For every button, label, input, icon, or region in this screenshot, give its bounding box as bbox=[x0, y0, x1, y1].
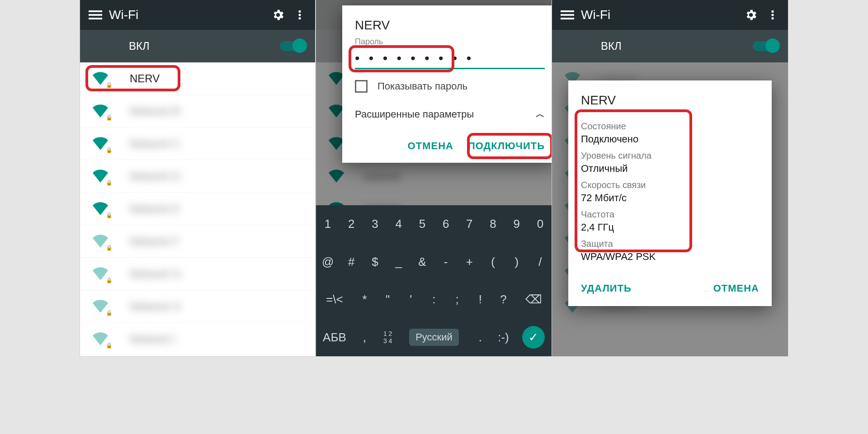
key[interactable]: _ bbox=[387, 243, 410, 281]
detail-item: Частота2,4 ГГц bbox=[581, 209, 759, 233]
detail-value: Отличный bbox=[581, 163, 759, 175]
network-row[interactable]: 🔒NERV bbox=[80, 62, 315, 95]
detail-item: Скорость связи72 Мбит/с bbox=[581, 180, 759, 204]
network-row[interactable]: 🔒Network B bbox=[80, 95, 315, 127]
hamburger-icon[interactable] bbox=[85, 4, 106, 26]
connect-button[interactable]: ПОДКЛЮЧИТЬ bbox=[468, 140, 545, 152]
page-title: Wi-Fi bbox=[109, 8, 138, 22]
show-password-row[interactable]: Показывать пароль bbox=[342, 69, 552, 104]
key[interactable]: 9 bbox=[505, 205, 528, 243]
symbols-shift-key[interactable]: =\< bbox=[316, 281, 353, 319]
numpad-toggle-key[interactable]: 1 2 3 4 bbox=[376, 319, 399, 357]
forget-button[interactable]: УДАЛИТЬ bbox=[581, 283, 632, 294]
detail-key: Скорость связи bbox=[581, 180, 759, 190]
svg-point-10 bbox=[771, 14, 774, 16]
wifi-signal-icon: 🔒 bbox=[93, 70, 111, 87]
emoji-key[interactable]: :-) bbox=[492, 319, 515, 357]
dialog-title: NERV bbox=[568, 80, 772, 112]
detail-value: WPA/WPA2 PSK bbox=[581, 251, 759, 263]
alpha-toggle-key[interactable]: АБВ bbox=[316, 319, 353, 357]
network-list: 🔒NERV🔒Network B🔒Network C🔒Network D🔒Netw… bbox=[80, 62, 315, 355]
detail-item: ЗащитаWPA/WPA2 PSK bbox=[581, 239, 759, 263]
wifi-toggle[interactable] bbox=[280, 41, 304, 51]
wifi-signal-icon: 🔒 bbox=[93, 135, 111, 152]
network-row[interactable]: 🔒Network C bbox=[80, 127, 315, 160]
network-name: Network F bbox=[130, 235, 179, 248]
advanced-options-row[interactable]: Расширенные параметры ︿ bbox=[342, 104, 552, 132]
overflow-menu-icon[interactable] bbox=[762, 4, 783, 26]
detail-item: Уровень сигналаОтличный bbox=[581, 151, 759, 175]
key[interactable]: & bbox=[410, 243, 434, 281]
key[interactable]: + bbox=[458, 243, 481, 281]
network-row[interactable]: 🔒Network I bbox=[80, 323, 315, 355]
key[interactable]: # bbox=[340, 243, 363, 281]
wifi-signal-icon: 🔒 bbox=[93, 330, 111, 348]
key[interactable]: ? bbox=[492, 281, 515, 319]
show-password-label: Показывать пароль bbox=[377, 80, 467, 92]
svg-point-3 bbox=[298, 10, 301, 13]
network-row[interactable]: 🔒Network G bbox=[80, 258, 315, 290]
gear-icon[interactable] bbox=[740, 4, 762, 26]
password-input[interactable]: • • • • • • • • • bbox=[355, 48, 545, 69]
wifi-signal-icon: 🔒 bbox=[93, 265, 111, 283]
key[interactable]: 2 bbox=[340, 205, 363, 243]
key[interactable]: : bbox=[422, 281, 445, 319]
svg-point-11 bbox=[771, 17, 774, 19]
key[interactable]: 6 bbox=[434, 205, 458, 243]
svg-rect-1 bbox=[89, 14, 102, 16]
wifi-toggle[interactable] bbox=[753, 41, 777, 51]
enter-key[interactable]: ✓ bbox=[515, 319, 552, 357]
wifi-master-switch-row[interactable]: ВКЛ bbox=[80, 30, 315, 62]
network-row[interactable]: 🔒Network H bbox=[80, 290, 315, 323]
wifi-master-switch-row[interactable]: ВКЛ bbox=[552, 30, 788, 62]
key[interactable]: 4 bbox=[387, 205, 410, 243]
overflow-menu-icon[interactable] bbox=[289, 4, 311, 26]
network-name: Network B bbox=[130, 105, 180, 118]
on-screen-keyboard[interactable]: 1234567890 @#$_&-+()/ =\<*"':;!?⌫ АБВ,1 … bbox=[316, 205, 552, 356]
show-password-checkbox[interactable] bbox=[355, 80, 368, 93]
key[interactable]: ) bbox=[505, 243, 528, 281]
connect-dialog: NERV Пароль • • • • • • • • • Показывать… bbox=[342, 5, 552, 163]
network-name: Network D bbox=[130, 170, 180, 183]
cancel-button[interactable]: ОТМЕНА bbox=[713, 283, 759, 294]
key[interactable]: * bbox=[353, 281, 376, 319]
dialog-title: NERV bbox=[342, 5, 552, 37]
key[interactable]: 5 bbox=[410, 205, 434, 243]
wifi-signal-icon: 🔒 bbox=[93, 233, 111, 250]
key[interactable]: $ bbox=[363, 243, 387, 281]
gear-icon[interactable] bbox=[267, 4, 289, 26]
key[interactable]: ' bbox=[399, 281, 422, 319]
key[interactable]: ; bbox=[446, 281, 469, 319]
backspace-key[interactable]: ⌫ bbox=[515, 281, 552, 319]
page-title: Wi-Fi bbox=[581, 8, 610, 22]
screen-wifi-connect-dialog: networknetworknetworknetworknetwork NERV… bbox=[316, 0, 552, 356]
key[interactable]: 1 bbox=[316, 205, 340, 243]
network-row[interactable]: 🔒Network E bbox=[80, 193, 315, 225]
key[interactable]: 3 bbox=[363, 205, 387, 243]
key[interactable]: 0 bbox=[528, 205, 552, 243]
key[interactable]: ( bbox=[481, 243, 505, 281]
detail-item: СостояниеПодключено bbox=[581, 121, 759, 145]
network-row[interactable]: 🔒Network F bbox=[80, 225, 315, 258]
key[interactable]: ! bbox=[469, 281, 492, 319]
network-row[interactable]: 🔒Network D bbox=[80, 160, 315, 193]
network-name: NERV bbox=[130, 72, 160, 85]
wifi-signal-icon: 🔒 bbox=[93, 298, 111, 315]
network-name: Network I bbox=[130, 333, 175, 345]
detail-value: Подключено bbox=[581, 133, 759, 145]
space-key[interactable]: Русский bbox=[399, 319, 469, 357]
key[interactable]: 7 bbox=[458, 205, 481, 243]
detail-value: 2,4 ГГц bbox=[581, 222, 759, 233]
password-label: Пароль bbox=[342, 37, 552, 47]
key[interactable]: @ bbox=[316, 243, 340, 281]
key[interactable]: " bbox=[376, 281, 399, 319]
hamburger-icon[interactable] bbox=[557, 4, 578, 26]
key[interactable]: - bbox=[434, 243, 458, 281]
key[interactable]: . bbox=[469, 319, 492, 357]
key[interactable]: 8 bbox=[481, 205, 505, 243]
key[interactable]: , bbox=[353, 319, 376, 357]
chevron-up-icon: ︿ bbox=[536, 108, 545, 120]
language-indicator: Русский bbox=[409, 329, 459, 346]
cancel-button[interactable]: ОТМЕНА bbox=[408, 140, 453, 152]
svg-rect-7 bbox=[561, 14, 574, 16]
